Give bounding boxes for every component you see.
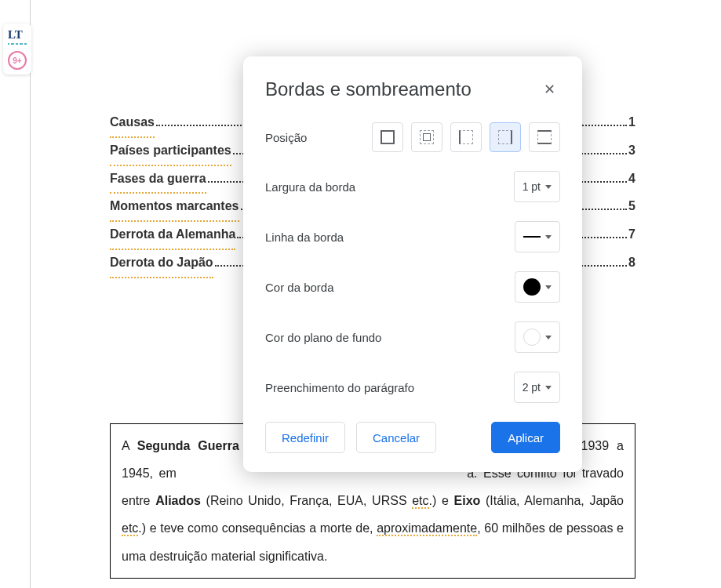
position-label: Posição [265,131,307,144]
bgcolor-dropdown[interactable] [515,321,560,353]
page-margin-line [30,0,31,588]
close-icon: ✕ [544,81,555,98]
cancel-button[interactable]: Cancelar [356,422,436,453]
apply-button[interactable]: Aplicar [491,422,560,453]
border-line-label: Linha da borda [265,230,344,244]
lt-badge[interactable]: LT [8,28,27,45]
chevron-down-icon [545,386,552,390]
border-width-label: Largura da borda [265,180,355,194]
padding-value: 2 pt [523,381,541,394]
position-left-button[interactable] [450,122,482,152]
chevron-down-icon [545,235,552,239]
bgcolor-label: Cor do plano de fundo [265,331,381,344]
toc-label: Derrota da Alemanha [110,222,235,250]
reset-button[interactable]: Redefinir [265,422,345,453]
border-width-value: 1 pt [523,180,541,193]
toc-page: 1 [628,110,635,136]
toc-page: 3 [628,138,635,164]
border-color-dropdown[interactable] [515,271,560,303]
padding-dropdown[interactable]: 2 pt [514,372,560,403]
position-inner-button[interactable] [411,122,442,152]
position-topbottom-button[interactable] [529,122,560,152]
borders-shading-dialog: Bordas e sombreamento ✕ Posição Largu [243,56,582,472]
position-options [372,122,560,152]
line-solid-icon [523,236,541,238]
toc-page: 5 [628,194,635,220]
extension-panel: LT 9+ [3,24,31,74]
border-width-dropdown[interactable]: 1 pt [514,171,560,202]
toc-label: Fases da guerra [110,166,206,194]
padding-label: Preenchimento do parágrafo [265,381,414,394]
border-left-icon [459,130,473,144]
chevron-down-icon [545,185,552,189]
close-button[interactable]: ✕ [538,78,560,100]
chevron-down-icon [545,336,552,339]
position-right-button[interactable] [490,122,521,152]
border-inner-icon [420,130,434,144]
dialog-title: Bordas e sombreamento [265,78,472,100]
toc-label: Países participantes [110,138,231,166]
toc-label: Causas [110,110,155,138]
color-swatch-black-icon [523,278,541,296]
toc-page: 8 [628,250,635,276]
border-all-icon [381,130,395,144]
toc-page: 4 [628,166,635,192]
toc-label: Momentos marcantes [110,194,239,222]
border-right-icon [498,130,512,144]
color-swatch-white-icon [523,328,541,346]
border-topbottom-icon [537,130,552,144]
border-color-label: Cor da borda [265,281,334,294]
error-count-badge[interactable]: 9+ [8,51,27,70]
position-all-button[interactable] [372,122,403,152]
toc-page: 7 [628,222,635,248]
chevron-down-icon [545,285,552,289]
border-line-dropdown[interactable] [515,221,560,252]
toc-label: Derrota do Japão [110,250,213,278]
